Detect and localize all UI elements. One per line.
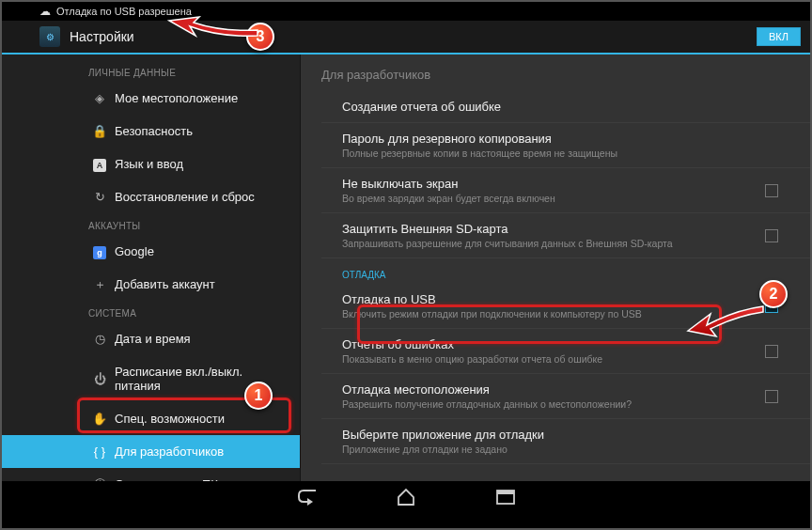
sidebar-item-label: Для разработчиков bbox=[88, 444, 224, 459]
content-pane: Для разработчиков Создание отчета об оши… bbox=[301, 55, 810, 481]
sidebar-section-header: ЛИЧНЫЕ ДАННЫЕ bbox=[2, 60, 300, 82]
sidebar-item[interactable]: ◈Мое местоположение bbox=[2, 82, 300, 115]
setting-row[interactable]: Пароль для резервного копированияПолные … bbox=[321, 123, 810, 168]
dev-options-master-toggle[interactable]: ВКЛ bbox=[757, 27, 801, 46]
sidebar-item[interactable]: ✋Спец. возможности bbox=[2, 402, 300, 435]
navigation-bar bbox=[2, 481, 810, 517]
sidebar-section-header: АККАУНТЫ bbox=[2, 213, 300, 235]
sidebar-item-icon: ↻ bbox=[92, 190, 107, 204]
sidebar-item-icon: 🔒 bbox=[92, 124, 107, 138]
back-button[interactable] bbox=[294, 489, 319, 510]
sidebar-item[interactable]: { }Для разработчиков bbox=[2, 435, 300, 468]
sidebar-item-icon: A bbox=[92, 157, 107, 172]
sidebar-item-icon: { } bbox=[92, 444, 107, 459]
setting-title: Выберите приложение для отладки bbox=[342, 428, 763, 442]
setting-title: Пароль для резервного копирования bbox=[342, 132, 763, 146]
settings-group-header: ОТЛАДКА bbox=[321, 258, 810, 284]
content-header: Для разработчиков bbox=[301, 55, 810, 91]
sidebar: ЛИЧНЫЕ ДАННЫЕ◈Мое местоположение🔒Безопас… bbox=[2, 55, 301, 481]
main-area: ЛИЧНЫЕ ДАННЫЕ◈Мое местоположение🔒Безопас… bbox=[2, 55, 810, 481]
setting-subtitle: Включить режим отладки при подключении к… bbox=[342, 308, 763, 320]
sidebar-item[interactable]: gGoogle bbox=[2, 235, 300, 268]
sidebar-item-label: Расписание вкл./выкл. питания bbox=[88, 365, 290, 393]
setting-title: Не выключать экран bbox=[342, 177, 763, 191]
sidebar-item-icon: ⓘ bbox=[92, 476, 107, 482]
setting-row[interactable]: Отладка местоположенияРазрешить получени… bbox=[321, 374, 810, 419]
recent-button[interactable] bbox=[493, 490, 518, 509]
setting-checkbox[interactable] bbox=[765, 345, 778, 358]
sidebar-item-icon: ✋ bbox=[92, 412, 107, 426]
setting-subtitle: Полные резервные копии в настоящее время… bbox=[342, 148, 763, 159]
setting-subtitle: Показывать в меню опцию разработки отчет… bbox=[342, 353, 763, 365]
home-button[interactable] bbox=[394, 488, 418, 511]
sidebar-section-header: СИСТЕМА bbox=[2, 301, 300, 322]
setting-subtitle: Разрешить получение отладочных данных о … bbox=[342, 398, 763, 410]
sidebar-item-label: Спец. возможности bbox=[88, 412, 225, 426]
sidebar-item[interactable]: AЯзык и ввод bbox=[2, 148, 300, 180]
page-title: Настройки bbox=[70, 29, 134, 44]
setting-title: Защитить Внешняя SD-карта bbox=[342, 222, 763, 236]
setting-subtitle: Приложение для отладки не задано bbox=[342, 444, 763, 455]
setting-checkbox[interactable] bbox=[765, 229, 778, 242]
sidebar-item[interactable]: ⏻Расписание вкл./выкл. питания bbox=[2, 355, 300, 402]
sidebar-item[interactable]: 🔒Безопасность bbox=[2, 115, 300, 148]
cloud-icon: ☁ bbox=[39, 5, 51, 18]
setting-row[interactable]: Выберите приложение для отладкиПриложени… bbox=[321, 419, 810, 464]
svg-rect-1 bbox=[497, 491, 514, 494]
sidebar-item[interactable]: ⓘО планшетном ПК bbox=[2, 468, 300, 481]
setting-subtitle: Во время зарядки экран будет всегда вклю… bbox=[342, 193, 763, 204]
setting-checkbox[interactable] bbox=[765, 390, 778, 403]
setting-checkbox[interactable] bbox=[765, 300, 778, 313]
status-notification: Отладка по USB разрешена bbox=[56, 6, 192, 17]
settings-app-icon: ⚙ bbox=[39, 26, 60, 47]
status-bar: ☁ Отладка по USB разрешена bbox=[2, 2, 810, 21]
setting-title: Создание отчета об ошибке bbox=[342, 100, 763, 114]
sidebar-item-label: Восстановление и сброс bbox=[88, 190, 255, 204]
sidebar-item-icon: g bbox=[92, 244, 107, 259]
setting-checkbox[interactable] bbox=[765, 184, 778, 197]
sidebar-item-icon: ⏻ bbox=[92, 372, 107, 386]
setting-row[interactable]: Отладка по USBВключить режим отладки при… bbox=[321, 284, 810, 329]
title-bar: ⚙ Настройки ВКЛ bbox=[2, 21, 810, 55]
sidebar-item-icon: ◈ bbox=[92, 91, 107, 105]
setting-title: Отладка по USB bbox=[342, 292, 763, 306]
sidebar-item-icon: ◷ bbox=[92, 332, 107, 346]
setting-row[interactable]: Отчеты об ошибкахПоказывать в меню опцию… bbox=[321, 329, 810, 374]
setting-row[interactable]: Создание отчета об ошибке bbox=[321, 91, 810, 123]
setting-title: Отчеты об ошибках bbox=[342, 337, 763, 351]
sidebar-item[interactable]: ＋Добавить аккаунт bbox=[2, 268, 300, 301]
setting-title: Отладка местоположения bbox=[342, 382, 763, 397]
sidebar-item-label: Мое местоположение bbox=[88, 91, 238, 105]
sidebar-item[interactable]: ↻Восстановление и сброс bbox=[2, 180, 300, 213]
sidebar-item-icon: ＋ bbox=[92, 276, 107, 293]
setting-subtitle: Запрашивать разрешение для считывания да… bbox=[342, 238, 763, 249]
setting-row[interactable]: Защитить Внешняя SD-картаЗапрашивать раз… bbox=[321, 213, 810, 258]
sidebar-item-label: О планшетном ПК bbox=[88, 477, 218, 481]
setting-row[interactable]: Не выключать экранВо время зарядки экран… bbox=[321, 168, 810, 213]
sidebar-item-label: Добавить аккаунт bbox=[88, 277, 215, 291]
settings-list: Создание отчета об ошибкеПароль для резе… bbox=[301, 91, 810, 481]
sidebar-item[interactable]: ◷Дата и время bbox=[2, 322, 300, 355]
